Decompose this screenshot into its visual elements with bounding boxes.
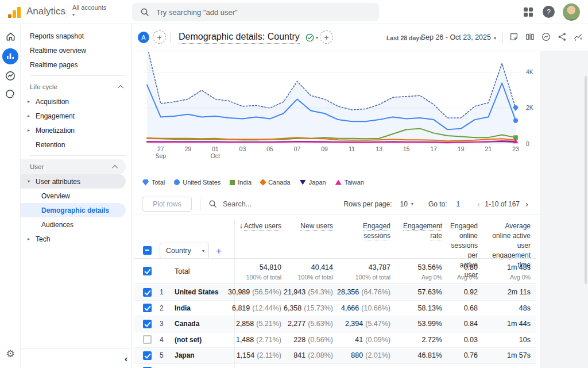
engagement-time-value: 2m 36s [483,364,536,368]
share-icon[interactable] [557,32,568,43]
sidebar-item-realtime-pages[interactable]: Realtime pages [21,57,131,72]
svg-text:21: 21 [485,145,492,152]
sidebar-item-engagement[interactable]: ▸Engagement [21,109,131,123]
sort-descending-icon: ↓ [239,222,243,230]
pagination-range: 1-10 of 167 [485,200,520,208]
table-body: 1 United States 30,989(56.54%) 21,943(54… [132,285,536,368]
legend-item-india[interactable]: India [230,179,252,186]
plot-rows-button[interactable]: Plot rows [142,197,192,212]
row-rank: 1 [160,285,175,300]
legend-item-canada[interactable]: Canada [261,179,291,186]
report-title[interactable]: Demographic details: Country [179,32,300,44]
rows-per-page-select[interactable]: 10 [400,200,408,208]
sidebar-item-tech[interactable]: ▸Tech [21,232,131,246]
dimension-select[interactable]: Country▾ [160,243,209,259]
row-checkbox[interactable] [143,320,152,328]
sidebar-item-audiences[interactable]: Audiences [21,217,131,232]
add-dimension-icon[interactable]: + [216,246,222,257]
chevron-right-icon: ▸ [28,113,36,118]
report-saved-badge[interactable]: ▾ [303,32,321,43]
sessions-per-user-value: 0.76 [448,348,483,363]
legend-marker [260,179,266,185]
sparkline-insights-icon[interactable] [573,32,585,43]
table-search-input[interactable]: Search... [208,200,252,208]
engaged-sessions-value: 28,356 [337,288,359,296]
workspace-avatar[interactable]: A [138,32,149,43]
user-avatar[interactable] [563,3,580,21]
row-checkbox[interactable] [143,288,152,297]
go-to-page-input[interactable]: 1 [457,200,461,208]
report-header: A + Demographic details: Country ▾ + Las… [132,24,588,51]
table-controls: Plot rows Search... Rows per page: 10 ▾ … [132,194,540,214]
comparison-icon[interactable] [525,32,536,43]
svg-text:03: 03 [239,145,246,152]
sidebar-item-realtime-overview[interactable]: Realtime overview [21,43,131,57]
select-all-checkbox[interactable] [143,246,152,255]
row-checkbox[interactable] [143,351,152,360]
next-page-icon[interactable]: › [521,199,533,209]
explore-icon[interactable] [0,70,21,82]
sidebar-item-retention[interactable]: Retention [21,137,131,152]
new-users-value: 6,358 [284,304,301,312]
legend-item-united-states[interactable]: United States [174,179,220,186]
date-range-picker[interactable]: Sep 26 - Oct 23, 2025▾ [421,33,496,41]
total-row-checkbox[interactable] [143,267,152,275]
sidebar-item-reports-snapshot[interactable]: Reports snapshot [21,29,131,43]
row-rank: 5 [160,348,175,363]
section-header-user[interactable]: User [21,159,126,174]
row-country: Japan [175,348,234,363]
advertising-icon[interactable] [0,89,21,100]
caret-down-icon[interactable]: ▾ [411,201,413,206]
active-users-percent: (12.44%) [252,304,281,312]
svg-text:11: 11 [349,145,355,152]
caret-down-icon: ▾ [202,248,204,254]
active-users-percent: (2.11%) [257,351,281,359]
reports-icon[interactable] [0,52,21,60]
insights-icon[interactable] [541,32,552,43]
divider [170,32,171,43]
row-country: United States [175,285,234,300]
sidebar-item-acquisition[interactable]: ▸Acquisition [21,94,131,109]
legend-item-total[interactable]: Total [142,179,165,186]
section-header-life-cycle[interactable]: Life cycle [21,79,131,94]
check-circle-icon [305,33,314,42]
search-icon [140,7,149,17]
engaged-sessions-percent: (10.66%) [361,304,390,312]
vertical-scrollbar[interactable] [585,76,587,284]
sidebar-item-monetization[interactable]: ▸Monetization [21,123,131,137]
account-switcher[interactable]: All accounts ▾ [72,4,106,18]
chevron-right-icon: ▸ [28,128,36,133]
row-rank: 2 [160,301,175,316]
note-icon[interactable] [509,32,520,43]
divider [30,75,126,76]
row-country: Canada [175,316,234,332]
legend-item-japan[interactable]: Japan [300,179,326,186]
search-placeholder: Try searching "add user" [156,8,238,17]
add-report-icon[interactable]: + [153,30,166,44]
previous-page-icon[interactable]: ‹ [473,199,485,209]
sidebar-item-demographic-details-selected[interactable]: Demographic details [21,203,126,217]
sidebar-item-overview[interactable]: Overview [21,189,131,203]
row-rank: 3 [160,316,175,332]
engagement-rate-value: 58.13% [396,301,448,316]
row-checkbox[interactable] [143,335,152,344]
add-comparison-icon[interactable]: + [320,30,333,44]
legend-item-taiwan[interactable]: Taiwan [335,179,364,186]
apps-grid-icon[interactable] [524,7,533,17]
engagement-time-value: 2m 11s [483,285,536,300]
sidebar-item-user-attributes[interactable]: ▾User attributes [21,174,126,189]
table-row: 4 (not set) 1,488(2.71%) 228(0.56%) 41(0… [134,332,536,348]
new-users-value: 21,943 [284,288,305,296]
home-icon[interactable] [0,31,21,42]
table-header-row: Country▾ + ↓Active users New users Engag… [134,214,536,258]
engagement-rate-value: 59.69% [396,364,448,368]
collapse-sidebar-icon[interactable]: ‹ [125,354,127,363]
global-search-input[interactable]: Try searching "add user" [132,3,379,21]
engagement-time-value: 1m 57s [483,348,536,363]
svg-text:01: 01 [212,145,219,152]
help-icon[interactable]: ? [543,6,555,18]
table-total-row: Total 54,810100% of total 40,414100% of … [134,258,536,284]
engagement-time-value: 10s [483,332,536,348]
admin-gear-icon[interactable]: ⚙ [0,348,21,360]
row-checkbox[interactable] [143,304,152,312]
